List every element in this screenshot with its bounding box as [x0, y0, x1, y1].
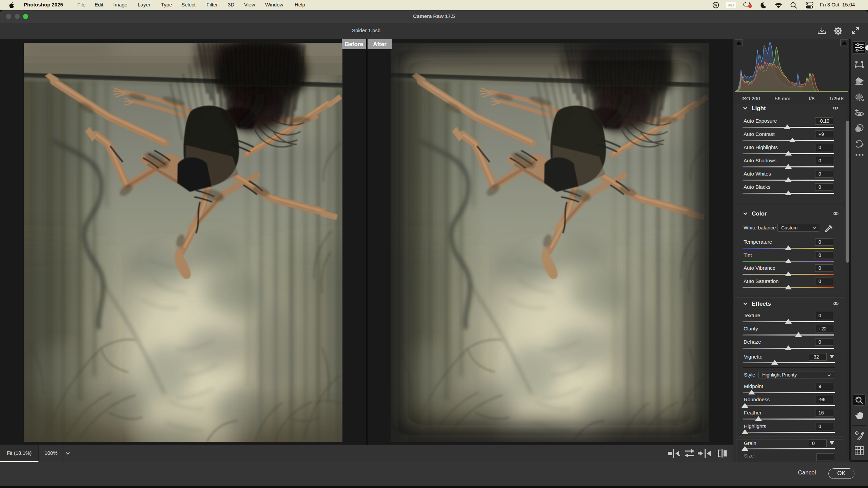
svg-text:1/250s: 1/250s: [829, 96, 844, 101]
svg-text:WD: WD: [728, 3, 734, 7]
svg-text:ISO 200: ISO 200: [741, 96, 760, 101]
svg-text:w: w: [714, 3, 717, 7]
svg-text:f/8: f/8: [809, 96, 815, 101]
svg-text:56 mm: 56 mm: [775, 96, 790, 101]
